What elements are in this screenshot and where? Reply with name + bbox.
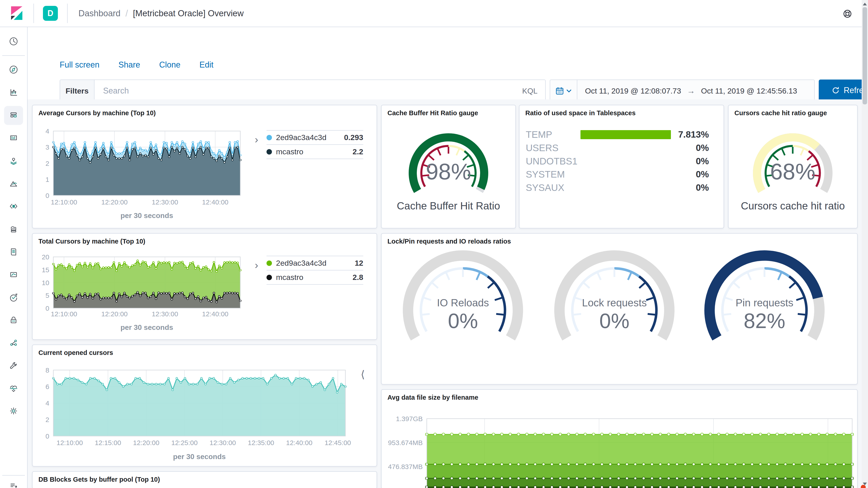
full-screen-link[interactable]: Full screen: [60, 60, 99, 70]
sidebar-item-code[interactable]: [4, 197, 23, 216]
sidebar-item-infrastructure[interactable]: [4, 220, 23, 238]
filters-button[interactable]: Filters: [60, 80, 94, 102]
logs-icon: [8, 247, 19, 257]
tablespace-label: USERS: [526, 142, 579, 153]
sidebar-item-machine-learning[interactable]: [4, 174, 23, 193]
sidebar-item-uptime[interactable]: [4, 288, 23, 307]
sidebar-item-discover[interactable]: [4, 60, 23, 79]
siem-icon: [8, 315, 19, 326]
tablespace-row[interactable]: SYSTEM 0%: [526, 168, 709, 181]
legend-dot: [267, 275, 272, 280]
refresh-button[interactable]: Refresh: [819, 79, 868, 101]
apm-icon: [8, 269, 19, 281]
date-picker: Oct 11, 2019 @ 12:08:07.73 → Oct 11, 201…: [550, 79, 815, 102]
legend-item[interactable]: mcastro 2.8: [267, 270, 363, 285]
sidebar-item-graph[interactable]: [4, 333, 23, 352]
svg-text:IO Reloads: IO Reloads: [437, 297, 489, 308]
legend-expand-icon[interactable]: ›: [255, 259, 258, 271]
tablespace-row[interactable]: USERS 0%: [526, 141, 709, 155]
header-divider: [33, 4, 34, 23]
date-to[interactable]: Oct 11, 2019 @ 12:45:56.13: [701, 87, 797, 95]
avg-cursors-chart[interactable]: 4321012:10:0012:20:0012:30:0012:40:00per…: [33, 105, 377, 228]
tablespace-value: 0%: [696, 156, 709, 166]
share-link[interactable]: Share: [119, 60, 140, 70]
sidebar-item-apm[interactable]: [4, 265, 23, 285]
devtools-icon: [8, 360, 19, 371]
dashboard-icon: [8, 110, 19, 121]
date-from[interactable]: Oct 11, 2019 @ 12:08:07.73: [585, 87, 681, 95]
svg-text:12:45:00: 12:45:00: [324, 439, 351, 447]
breadcrumb-separator: /: [125, 8, 128, 19]
tablespace-row[interactable]: SYSAUX 0%: [526, 181, 709, 194]
edit-link[interactable]: Edit: [199, 60, 213, 70]
kql-switch[interactable]: KQL: [522, 87, 537, 95]
refresh-icon: [831, 86, 840, 95]
panel-title[interactable]: DB Blocks Gets by buffer pool (Top 10): [38, 476, 160, 483]
panel-title[interactable]: Current opened cursors: [38, 349, 113, 357]
svg-text:5: 5: [45, 292, 49, 299]
svg-text:3: 3: [45, 143, 49, 151]
sidebar-item-maps[interactable]: [4, 152, 23, 170]
sidebar-item-recently-viewed[interactable]: [4, 32, 23, 51]
date-quick-select[interactable]: [550, 80, 577, 102]
sidebar-collapse-button[interactable]: [4, 476, 23, 488]
panel-title[interactable]: Lock/Pin requests and IO reloads ratios: [388, 238, 511, 245]
collapse-menu-icon: [8, 480, 19, 488]
panel-opened-cursors: 8642012:10:0012:15:0012:20:0012:25:0012:…: [32, 345, 377, 466]
lock-pin-gauges[interactable]: IO Reloads0%Lock requests0%Pin requests8…: [381, 234, 857, 384]
avg-file-size-chart[interactable]: 1.397GB953.674MB476.837MB0B: [381, 390, 857, 488]
svg-text:8: 8: [45, 366, 49, 374]
panel-title[interactable]: Average Cursors by machine (Top 10): [38, 109, 156, 117]
scrollbar-up-arrow[interactable]: [863, 3, 867, 5]
sidebar-item-dev-tools[interactable]: [4, 356, 23, 375]
help-life-ring-icon[interactable]: [842, 8, 852, 19]
panel-title[interactable]: Ratio of used space in Tablespaces: [525, 109, 636, 117]
svg-text:12:40:00: 12:40:00: [286, 439, 312, 447]
scrollbar-thumb[interactable]: [863, 7, 867, 104]
sidebar-item-visualize[interactable]: [4, 83, 23, 102]
top-header-bar: D Dashboard / [Metricbeat Oracle] Overvi…: [0, 0, 868, 27]
sidebar-item-management[interactable]: [4, 401, 23, 420]
svg-text:Pin requests: Pin requests: [736, 297, 794, 308]
legend-expand-icon[interactable]: ›: [255, 133, 258, 145]
svg-text:per 30 seconds: per 30 seconds: [121, 323, 173, 331]
svg-text:per 30 seconds: per 30 seconds: [173, 453, 226, 461]
opened-cursors-chart[interactable]: 8642012:10:0012:15:0012:20:0012:25:0012:…: [33, 345, 377, 466]
legend-item[interactable]: 2ed9ac3a4c3d 0.293: [267, 130, 363, 144]
panel-title[interactable]: Avg data file size by filename: [388, 394, 478, 401]
app-sidebar: [0, 27, 28, 488]
breadcrumb-section[interactable]: Dashboard: [79, 8, 121, 18]
legend-collapse-icon[interactable]: ⟨: [361, 368, 365, 381]
sidebar-item-siem[interactable]: [4, 311, 23, 330]
sidebar-item-canvas[interactable]: [4, 129, 23, 148]
header-divider: [67, 4, 68, 23]
panel-title[interactable]: Cursors cache hit ratio gauge: [735, 109, 827, 117]
clone-link[interactable]: Clone: [159, 60, 180, 70]
sidebar-item-monitoring[interactable]: [4, 379, 23, 398]
sidebar-item-dashboard[interactable]: [4, 106, 23, 125]
tablespace-value: 0%: [696, 169, 709, 180]
svg-text:10: 10: [42, 279, 49, 287]
gauge-label: Cache Buffer Hit Ratio: [381, 200, 515, 212]
legend-label: mcastro: [276, 273, 303, 282]
tablespace-row[interactable]: UNDOTBS1 0%: [526, 155, 709, 168]
panel-title[interactable]: Cache Buffer Hit Ratio gauge: [388, 109, 478, 117]
svg-text:12:30:00: 12:30:00: [152, 310, 178, 318]
panel-cursors-cache-gauge: 68% Cursors cache hit ratio gauge Cursor…: [728, 105, 858, 228]
panel-tablespaces: Ratio of used space in Tablespaces TEMP …: [519, 105, 724, 228]
monitoring-icon: [8, 383, 19, 394]
svg-text:per 30 seconds: per 30 seconds: [121, 212, 173, 220]
avatar[interactable]: D: [43, 6, 58, 21]
legend-item[interactable]: 2ed9ac3a4c3d 12: [267, 256, 363, 270]
svg-text:4: 4: [45, 127, 49, 135]
legend-item[interactable]: mcastro 2.2: [267, 144, 363, 159]
kibana-logo-icon[interactable]: [10, 6, 23, 21]
total-cursors-chart[interactable]: 2015105012:10:0012:20:0012:30:0012:40:00…: [33, 234, 377, 339]
legend-label: 2ed9ac3a4c3d: [276, 133, 327, 142]
svg-text:82%: 82%: [744, 309, 785, 332]
tablespace-row[interactable]: TEMP 7.813%: [526, 128, 709, 141]
svg-text:98%: 98%: [426, 159, 471, 184]
sidebar-item-logs[interactable]: [4, 242, 23, 261]
search-input[interactable]: Search: [103, 86, 522, 96]
panel-title[interactable]: Total Cursors by machine (Top 10): [38, 238, 145, 245]
